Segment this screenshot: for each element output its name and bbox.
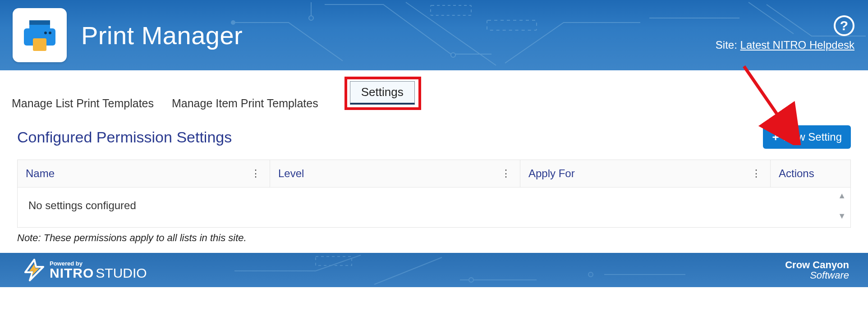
column-header-level[interactable]: Level ⋮: [270, 160, 520, 187]
tab-settings[interactable]: Settings: [350, 81, 415, 105]
scroll-up-icon[interactable]: ▲: [838, 191, 846, 201]
site-link[interactable]: Latest NITRO Helpdesk: [740, 39, 854, 51]
svg-point-10: [44, 32, 47, 34]
svg-rect-4: [487, 20, 537, 30]
column-header-name[interactable]: Name ⋮: [18, 160, 270, 187]
permissions-grid: Name ⋮ Level ⋮ Apply For ⋮ Actions No se…: [17, 160, 851, 228]
header-right-block: ? Site: Latest NITRO Helpdesk: [716, 15, 854, 51]
app-title: Print Manager: [81, 21, 243, 50]
column-header-actions: Actions: [771, 160, 850, 187]
new-setting-button[interactable]: + New Setting: [763, 125, 851, 149]
site-line: Site: Latest NITRO Helpdesk: [716, 39, 854, 51]
nitro-studio-logo: Powered by NITROSTUDIO: [24, 259, 147, 281]
permissions-note: Note: These permissions apply to all lis…: [17, 232, 851, 244]
svg-rect-7: [29, 20, 50, 25]
svg-point-2: [451, 53, 455, 57]
new-setting-label: New Setting: [784, 131, 842, 143]
svg-point-13: [469, 278, 473, 282]
printer-icon: [19, 15, 60, 55]
column-header-apply-for[interactable]: Apply For ⋮: [520, 160, 771, 187]
tab-manage-list-templates[interactable]: Manage List Print Templates: [12, 97, 154, 110]
svg-point-9: [49, 32, 51, 34]
svg-point-14: [588, 272, 593, 277]
column-menu-icon[interactable]: ⋮: [750, 168, 762, 179]
app-icon: [13, 8, 67, 62]
grid-body: No settings configured ▲ ▼: [18, 188, 850, 227]
crow-canyon-bottom: Software: [785, 270, 849, 280]
annotation-highlight-box: Settings: [344, 77, 421, 110]
grid-header-row: Name ⋮ Level ⋮ Apply For ⋮ Actions: [18, 160, 850, 188]
column-header-apply-label: Apply For: [528, 167, 575, 180]
plus-icon: +: [772, 131, 779, 143]
footer-bar: Powered by NITROSTUDIO Crow Canyon Softw…: [0, 253, 868, 287]
svg-rect-15: [316, 256, 352, 265]
grid-empty-message: No settings configured: [28, 199, 136, 211]
crow-canyon-logo: Crow Canyon Software: [785, 260, 849, 280]
column-menu-icon[interactable]: ⋮: [250, 168, 262, 179]
svg-rect-8: [33, 38, 46, 51]
column-header-level-label: Level: [278, 167, 304, 180]
column-header-name-label: Name: [26, 167, 55, 180]
tab-strip: Manage List Print Templates Manage Item …: [0, 70, 868, 114]
nitro-word: NITRO: [50, 265, 94, 280]
section-header-row: Configured Permission Settings + New Set…: [17, 125, 851, 149]
main-content: Configured Permission Settings + New Set…: [0, 114, 868, 253]
studio-word: STUDIO: [96, 265, 147, 280]
svg-point-1: [309, 16, 313, 20]
column-header-actions-label: Actions: [779, 167, 814, 180]
grid-scroll-arrows: ▲ ▼: [838, 191, 846, 221]
header-banner: Print Manager ? Site: Latest NITRO Helpd…: [0, 0, 868, 70]
site-label-prefix: Site:: [716, 39, 740, 51]
nitro-bolt-icon: [24, 259, 44, 281]
help-icon[interactable]: ?: [834, 15, 854, 36]
scroll-down-icon[interactable]: ▼: [838, 211, 846, 221]
column-menu-icon[interactable]: ⋮: [500, 168, 512, 179]
crow-canyon-top: Crow Canyon: [785, 260, 849, 270]
tab-manage-item-templates[interactable]: Manage Item Print Templates: [172, 97, 318, 110]
svg-rect-3: [431, 5, 471, 15]
section-title: Configured Permission Settings: [17, 128, 232, 146]
